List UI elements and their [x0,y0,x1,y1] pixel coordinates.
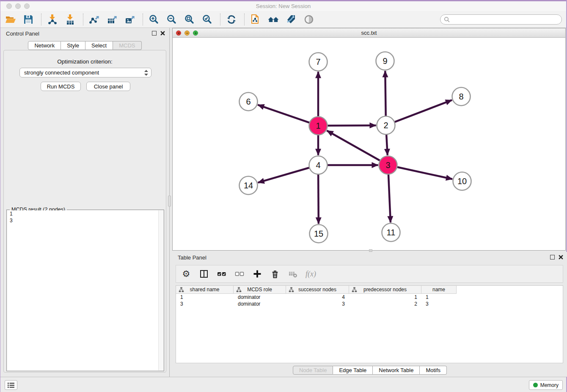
network-frame-titlebar[interactable]: scc.txt [173,28,565,38]
search-input[interactable] [452,17,558,22]
graph-node-14[interactable]: 14 [239,177,258,195]
column-header-name[interactable]: name [421,286,457,294]
tab-style[interactable]: Style [61,41,85,50]
tab-mcds[interactable]: MCDS [113,41,141,50]
graph-edge-3-10[interactable] [397,167,452,179]
tab-edge-table[interactable]: Edge Table [333,366,373,375]
graph-node-1[interactable]: 1 [309,117,328,135]
result-line: 1 [7,210,163,217]
table-cell[interactable]: dominator [234,301,286,307]
mcds-result-list[interactable]: 13 [7,210,163,370]
float-panel-icon[interactable] [550,255,555,259]
delete-column-icon[interactable] [270,269,280,279]
application-window: Session: New Session [0,0,567,392]
tab-network[interactable]: Network [28,41,61,50]
tab-node-table[interactable]: Node Table [293,366,333,375]
column-header-predecessor-nodes[interactable]: predecessor nodes [349,286,421,294]
table-cell[interactable]: dominator [234,294,286,301]
show-column-panel-icon[interactable] [199,269,209,279]
graph-node-10[interactable]: 10 [453,172,471,190]
zoom-out-icon[interactable] [166,14,178,25]
graph-edge-2-9[interactable] [385,71,385,116]
graph-node-11[interactable]: 11 [382,224,400,242]
zoom-selected-icon[interactable] [201,14,213,25]
table-cell[interactable]: 3 [286,301,349,307]
import-table-icon[interactable] [64,14,76,25]
export-image-icon[interactable] [124,14,136,25]
save-session-icon[interactable] [22,14,34,25]
toolbar-separator [83,14,83,25]
search-field[interactable] [440,14,562,25]
panel-divider-handle[interactable] [168,196,171,207]
graph-node-7[interactable]: 7 [309,53,328,71]
export-network-icon[interactable] [88,14,100,25]
show-graphics-details-icon[interactable] [303,14,315,25]
table-row[interactable]: 1dominator411 [176,294,563,301]
control-panel-tabs: Network Style Select MCDS [0,41,169,50]
table-panel: Table Panel ⚙ [172,252,567,377]
network-canvas[interactable]: 7968124314101511 [173,38,565,250]
graph-edge-1-6[interactable] [258,105,309,123]
memory-label: Memory [540,382,559,388]
table-cell[interactable]: 2 [349,301,421,307]
open-file-icon[interactable] [5,14,17,25]
table-cell[interactable]: 4 [286,294,349,301]
svg-text:7: 7 [316,57,320,66]
svg-text:9: 9 [383,56,387,66]
zoom-in-icon[interactable] [148,14,160,25]
graph-edge-3-1[interactable] [327,131,380,161]
tab-motifs[interactable]: Motifs [420,366,447,375]
table-panel-tabs: Node Table Edge Table Network Table Moti… [172,366,567,375]
graph-node-9[interactable]: 9 [376,52,394,70]
close-panel-icon[interactable] [559,255,563,259]
criterion-select[interactable]: strongly connected component [19,68,151,77]
close-panel-button[interactable]: Close panel [86,82,130,91]
export-table-icon[interactable] [106,14,118,25]
home-networks-icon[interactable] [267,14,279,25]
result-scrollbar[interactable] [158,210,163,370]
graph-node-4[interactable]: 4 [309,156,328,174]
graph-edge-3-11[interactable] [388,174,391,222]
table-panel-title: Table Panel [178,254,206,261]
table-cell[interactable]: 1 [349,294,421,301]
status-bar: Memory [0,377,566,392]
column-header-shared-name[interactable]: shared name [176,286,234,294]
svg-text:11: 11 [387,228,396,237]
graph-edge-2-8[interactable] [394,100,452,122]
graph-edge-4-14[interactable] [258,168,310,182]
graph-node-2[interactable]: 2 [377,116,395,135]
select-all-checkboxes-icon[interactable] [217,269,227,279]
table-cell[interactable]: 3 [176,301,234,307]
table-cell[interactable]: 1 [421,294,457,301]
graph-edge-4-15[interactable] [318,174,319,224]
float-panel-icon[interactable] [152,31,157,36]
tab-select[interactable]: Select [85,41,113,50]
graph-node-3[interactable]: 3 [379,156,397,174]
graph-node-6[interactable]: 6 [239,93,258,111]
tab-network-table[interactable]: Network Table [373,366,420,375]
graph-node-15[interactable]: 15 [310,225,328,243]
task-history-button[interactable] [5,380,17,390]
close-panel-icon[interactable] [160,31,165,36]
column-header-MCDS-role[interactable]: MCDS role [234,286,286,294]
graph-edge-2-3[interactable] [386,134,388,155]
zoom-fit-icon[interactable] [184,14,195,25]
deselect-all-checkboxes-icon[interactable] [234,269,245,279]
add-column-icon[interactable] [252,269,262,279]
control-panel: Control Panel Network Style Select MCDS … [0,28,170,377]
table-row[interactable]: 3dominator323 [176,301,563,307]
import-network-icon[interactable] [47,14,58,25]
run-mcds-button[interactable]: Run MCDS [41,82,81,91]
table-cell[interactable]: 1 [176,294,234,301]
graph-edge-1-2[interactable] [327,125,376,126]
memory-button[interactable]: Memory [529,380,563,390]
refresh-view-icon[interactable] [226,14,237,25]
column-settings-gear-icon[interactable]: ⚙ [181,269,191,279]
graph-node-8[interactable]: 8 [452,88,471,106]
criterion-value: strongly connected component [24,69,144,76]
network-from-file-icon[interactable] [250,14,261,25]
visual-styles-icon[interactable] [285,14,297,25]
column-header-successor-nodes[interactable]: successor nodes [286,286,349,294]
network-view-frame: scc.txt 7968124314101511 [172,28,566,251]
table-cell[interactable]: 3 [421,301,457,307]
